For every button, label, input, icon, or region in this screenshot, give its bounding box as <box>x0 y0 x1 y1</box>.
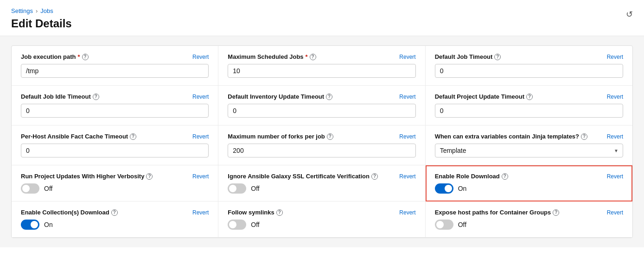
revert-default-job-timeout[interactable]: Revert <box>607 54 623 60</box>
field-maximum-number-of-forks-per-job: Maximum number of forks per job ? Revert <box>218 126 425 165</box>
field-label-run-project-updates-with-higher-verbosity: Run Project Updates With Higher Verbosit… <box>21 173 153 180</box>
breadcrumb-jobs[interactable]: Jobs <box>40 7 53 14</box>
field-label-maximum-scheduled-jobs: Maximum Scheduled Jobs * ? <box>228 53 316 60</box>
field-expose-host-paths-for-container-groups: Expose host paths for Container Groups ?… <box>426 201 632 238</box>
field-enable-collections-download: Enable Collection(s) Download ? Revert O… <box>12 201 218 238</box>
help-icon-job-execution-path[interactable]: ? <box>82 54 89 60</box>
field-follow-symlinks: Follow symlinks ? Revert Off <box>218 201 425 238</box>
help-icon-when-can-extra-variables-contain-jinja-templates[interactable]: ? <box>581 133 587 140</box>
field-label-follow-symlinks: Follow symlinks ? <box>228 209 282 216</box>
revert-follow-symlinks[interactable]: Revert <box>399 209 415 216</box>
toggle-follow-symlinks[interactable] <box>228 220 246 230</box>
revert-when-can-extra-variables-contain-jinja-templates[interactable]: Revert <box>607 133 623 140</box>
field-label-maximum-number-of-forks-per-job: Maximum number of forks per job ? <box>228 133 333 140</box>
revert-job-execution-path[interactable]: Revert <box>192 54 209 60</box>
page-title: Edit Details <box>11 17 633 30</box>
field-label-expose-host-paths-for-container-groups: Expose host paths for Container Groups ? <box>435 209 560 216</box>
toggle-label-expose-host-paths-for-container-groups: Off <box>458 221 466 228</box>
field-default-project-update-timeout: Default Project Update Timeout ? Revert <box>426 86 632 126</box>
revert-default-job-idle-timeout[interactable]: Revert <box>192 94 209 100</box>
toggle-label-ignore-ansible-galaxy-ssl-certificate-verification: Off <box>251 185 259 192</box>
help-icon-enable-collections-download[interactable]: ? <box>111 209 118 216</box>
toggle-run-project-updates-with-higher-verbosity[interactable] <box>21 183 39 194</box>
field-label-per-host-ansible-fact-cache-timeout: Per-Host Ansible Fact Cache Timeout ? <box>21 133 136 140</box>
help-icon-default-inventory-update-timeout[interactable]: ? <box>326 94 332 100</box>
input-per-host-ansible-fact-cache-timeout[interactable] <box>21 144 209 157</box>
toggle-ignore-ansible-galaxy-ssl-certificate-verification[interactable] <box>228 183 246 194</box>
toggle-label-enable-role-download: On <box>458 185 467 192</box>
toggle-enable-role-download[interactable] <box>435 183 453 194</box>
input-maximum-scheduled-jobs[interactable] <box>228 64 415 78</box>
field-default-job-idle-timeout: Default Job Idle Timeout ? Revert <box>12 86 218 126</box>
revert-run-project-updates-with-higher-verbosity[interactable]: Revert <box>192 173 209 180</box>
field-enable-role-download: Enable Role Download ? Revert On <box>426 165 632 201</box>
field-label-job-execution-path: Job execution path * ? <box>21 53 89 60</box>
breadcrumb-separator: › <box>36 7 38 14</box>
field-maximum-scheduled-jobs: Maximum Scheduled Jobs * ? Revert <box>218 46 425 86</box>
field-label-ignore-ansible-galaxy-ssl-certificate-verification: Ignore Ansible Galaxy SSL Certificate Ve… <box>228 173 378 180</box>
field-ignore-ansible-galaxy-ssl-certificate-verification: Ignore Ansible Galaxy SSL Certificate Ve… <box>218 165 425 201</box>
field-label-when-can-extra-variables-contain-jinja-templates: When can extra variables contain Jinja t… <box>435 133 587 140</box>
select-when-can-extra-variables-contain-jinja-templates[interactable]: Template Always Never <box>435 144 623 157</box>
help-icon-default-project-update-timeout[interactable]: ? <box>526 94 533 100</box>
field-default-inventory-update-timeout: Default Inventory Update Timeout ? Rever… <box>218 86 425 126</box>
toggle-enable-collections-download[interactable] <box>21 220 39 230</box>
help-icon-maximum-scheduled-jobs[interactable]: ? <box>310 54 316 60</box>
input-maximum-number-of-forks-per-job[interactable] <box>228 144 415 157</box>
toggle-label-run-project-updates-with-higher-verbosity: Off <box>44 185 52 192</box>
revert-expose-host-paths-for-container-groups[interactable]: Revert <box>607 209 623 216</box>
field-run-project-updates-with-higher-verbosity: Run Project Updates With Higher Verbosit… <box>12 165 218 201</box>
help-icon-expose-host-paths-for-container-groups[interactable]: ? <box>553 209 559 216</box>
field-label-enable-collections-download: Enable Collection(s) Download ? <box>21 209 118 216</box>
field-label-default-inventory-update-timeout: Default Inventory Update Timeout ? <box>228 93 332 100</box>
input-job-execution-path[interactable] <box>21 64 209 78</box>
revert-ignore-ansible-galaxy-ssl-certificate-verification[interactable]: Revert <box>399 173 415 180</box>
input-default-inventory-update-timeout[interactable] <box>228 104 415 118</box>
help-icon-maximum-number-of-forks-per-job[interactable]: ? <box>327 133 333 140</box>
toggle-label-enable-collections-download: On <box>44 221 53 228</box>
revert-maximum-scheduled-jobs[interactable]: Revert <box>399 54 415 60</box>
revert-per-host-ansible-fact-cache-timeout[interactable]: Revert <box>192 133 209 140</box>
help-icon-run-project-updates-with-higher-verbosity[interactable]: ? <box>146 173 153 180</box>
revert-default-inventory-update-timeout[interactable]: Revert <box>399 94 415 100</box>
help-icon-enable-role-download[interactable]: ? <box>502 173 508 180</box>
field-when-can-extra-variables-contain-jinja-templates: When can extra variables contain Jinja t… <box>426 126 632 165</box>
field-label-default-project-update-timeout: Default Project Update Timeout ? <box>435 93 533 100</box>
revert-enable-collections-download[interactable]: Revert <box>192 209 209 216</box>
input-default-job-idle-timeout[interactable] <box>21 104 209 118</box>
help-icon-default-job-timeout[interactable]: ? <box>494 54 501 60</box>
help-icon-ignore-ansible-galaxy-ssl-certificate-verification[interactable]: ? <box>371 173 378 180</box>
required-indicator: * <box>77 53 80 60</box>
field-label-enable-role-download: Enable Role Download ? <box>435 173 508 180</box>
settings-form: Job execution path * ? Revert Maximum Sc… <box>11 45 633 238</box>
toggle-label-follow-symlinks: Off <box>251 221 259 228</box>
help-icon-per-host-ansible-fact-cache-timeout[interactable]: ? <box>130 133 136 140</box>
revert-enable-role-download[interactable]: Revert <box>607 173 623 180</box>
help-icon-follow-symlinks[interactable]: ? <box>276 209 283 216</box>
revert-maximum-number-of-forks-per-job[interactable]: Revert <box>399 133 415 140</box>
history-icon[interactable]: ↺ <box>626 10 633 19</box>
breadcrumb-settings[interactable]: Settings <box>11 7 33 14</box>
input-default-project-update-timeout[interactable] <box>435 104 623 118</box>
required-indicator-2: * <box>306 53 308 60</box>
field-label-default-job-idle-timeout: Default Job Idle Timeout ? <box>21 93 99 100</box>
revert-default-project-update-timeout[interactable]: Revert <box>607 94 623 100</box>
toggle-expose-host-paths-for-container-groups[interactable] <box>435 220 453 230</box>
help-icon-default-job-idle-timeout[interactable]: ? <box>93 94 99 100</box>
field-default-job-timeout: Default Job Timeout ? Revert <box>426 46 632 86</box>
field-per-host-ansible-fact-cache-timeout: Per-Host Ansible Fact Cache Timeout ? Re… <box>12 126 218 165</box>
field-label-default-job-timeout: Default Job Timeout ? <box>435 53 501 60</box>
input-default-job-timeout[interactable] <box>435 64 623 78</box>
field-job-execution-path: Job execution path * ? Revert <box>12 46 218 86</box>
